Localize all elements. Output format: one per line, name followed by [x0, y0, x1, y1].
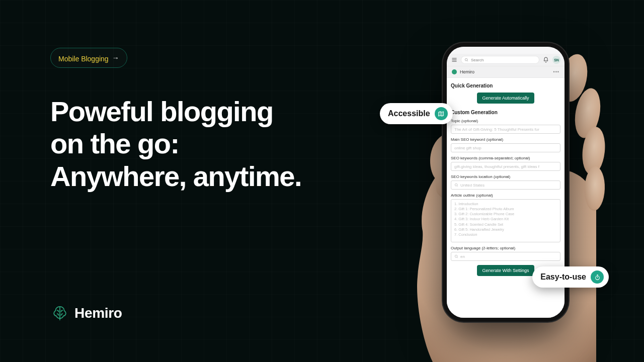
topic-label: Topic (optional)	[451, 119, 560, 123]
output-language-label: Output language (2-letters; optional)	[451, 246, 560, 250]
brain-logo-icon	[50, 304, 69, 323]
svg-point-6	[455, 255, 457, 257]
hero-left-column: Mobile Blogging → Poweful blogging on th…	[50, 48, 301, 193]
app-name: Hemiro	[460, 69, 474, 74]
stopwatch-icon	[591, 270, 604, 284]
output-language-placeholder: en	[460, 254, 465, 259]
main-seo-keyword-input[interactable]: online gift shop	[451, 143, 560, 152]
seo-keywords-label: SEO keywords (comma-separated; optional)	[451, 156, 560, 160]
quick-generation-title: Quick Generation	[451, 83, 560, 88]
seo-location-placeholder: United States	[460, 183, 485, 188]
seo-location-input[interactable]: United States	[451, 180, 560, 190]
svg-point-5	[455, 184, 457, 186]
brand-name: Hemiro	[74, 305, 122, 321]
seo-keywords-placeholder: gift-giving ideas, thoughtful presents, …	[454, 164, 539, 169]
topic-placeholder: The Art of Gift-Giving: 5 Thoughtful Pre…	[454, 127, 539, 132]
app-logo-icon	[452, 69, 457, 74]
menu-icon[interactable]	[451, 56, 458, 63]
feature-bubble-label: Easy-to-use	[540, 273, 586, 282]
seo-keywords-input[interactable]: gift-giving ideas, thoughtful presents, …	[451, 162, 560, 171]
custom-generation-title: Custom Generation	[451, 110, 560, 115]
search-placeholder: Search	[471, 58, 484, 62]
bell-icon[interactable]	[542, 56, 549, 63]
main-seo-keyword-label: Main SEO keyword (optional)	[451, 137, 560, 142]
headline: Poweful blogging on the go: Anywhere, an…	[50, 96, 301, 193]
status-strip	[447, 47, 565, 54]
feature-bubble-accessible: Accessible	[380, 103, 453, 124]
tag-pill[interactable]: Mobile Blogging →	[50, 48, 127, 68]
arrow-right-icon: →	[112, 54, 119, 62]
feature-bubble-label: Accessible	[388, 109, 430, 118]
app-topbar: Search SN	[447, 54, 565, 66]
app-header: Hemiro •••	[447, 66, 565, 78]
generate-automatically-button[interactable]: Generate Automatically	[477, 93, 534, 104]
avatar[interactable]: SN	[552, 56, 560, 64]
outline-textarea[interactable]: 1. Introduction 2. Gift 1: Personalized …	[451, 199, 560, 242]
seo-location-label: SEO keywords location (optional)	[451, 174, 560, 179]
outline-label: Article outline (optional)	[451, 193, 560, 198]
brand-lockup: Hemiro	[50, 304, 122, 323]
map-icon	[435, 107, 448, 120]
svg-point-4	[465, 58, 467, 61]
topic-input[interactable]: The Art of Gift-Giving: 5 Thoughtful Pre…	[451, 125, 560, 134]
feature-bubble-easy: Easy-to-use	[532, 266, 609, 288]
device-mockup: Search SN Hemiro ••• Quick Generation Ge…	[387, 20, 609, 362]
search-input[interactable]: Search	[461, 56, 539, 64]
generate-with-settings-button[interactable]: Generate With Settings	[477, 265, 534, 276]
tag-label: Mobile Blogging	[58, 55, 109, 63]
more-icon[interactable]: •••	[553, 69, 559, 74]
output-language-input[interactable]: en	[451, 252, 560, 261]
main-seo-placeholder: online gift shop	[454, 146, 481, 150]
